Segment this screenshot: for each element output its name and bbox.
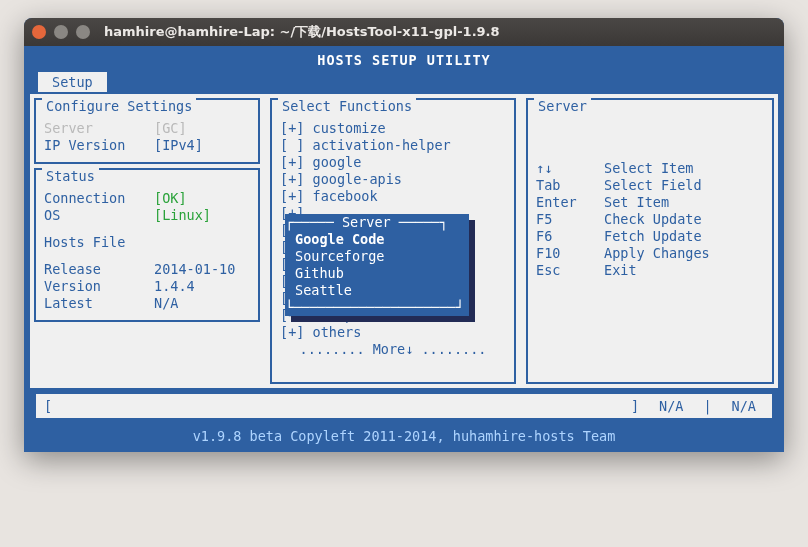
popup-border-bottom: └────────────────────┘ — [285, 299, 469, 316]
panel-status-title: Status — [42, 168, 99, 184]
hosts-file-subtitle: Hosts File — [44, 234, 250, 251]
workarea: Configure Settings Server [GC] IP Versio… — [30, 94, 778, 388]
key-row: EscExit — [536, 262, 764, 279]
window-minimize-icon[interactable] — [54, 25, 68, 39]
hosts-version-row: Version 1.4.4 — [44, 278, 250, 295]
key-k: F5 — [536, 211, 604, 228]
key-help: ↑↓Select Item TabSelect Field EnterSet I… — [536, 160, 764, 279]
key-k: Esc — [536, 262, 604, 279]
panel-server-title: Server — [534, 98, 591, 114]
tab-setup[interactable]: Setup — [38, 72, 107, 92]
key-k: F10 — [536, 245, 604, 262]
func-item[interactable]: [+] google-apis — [280, 171, 506, 188]
func-more-indicator[interactable]: ........ More↓ ........ — [280, 341, 506, 358]
status-conn-row: Connection [OK] — [44, 190, 250, 207]
key-d: Set Item — [604, 194, 669, 211]
func-item-label: activation-helper — [313, 137, 451, 153]
hosts-version-label: Version — [44, 278, 154, 295]
key-row: EnterSet Item — [536, 194, 764, 211]
statusbar-value-1: N/A — [659, 398, 683, 414]
window-title: hamhire@hamhire-Lap: ~/下载/HostsTool-x11-… — [104, 23, 500, 41]
func-item[interactable]: [+] google — [280, 154, 506, 171]
key-k: F6 — [536, 228, 604, 245]
func-item-label: google — [313, 154, 362, 170]
right-column: Server ↑↓Select Item TabSelect Field Ent… — [524, 94, 776, 388]
hosts-latest-value: N/A — [154, 295, 178, 312]
func-item[interactable]: [+] facebook — [280, 188, 506, 205]
key-row: F6Fetch Update — [536, 228, 764, 245]
hosts-latest-label: Latest — [44, 295, 154, 312]
configure-ipver-row[interactable]: IP Version [IPv4] — [44, 137, 250, 154]
key-k: Enter — [536, 194, 604, 211]
key-row: ↑↓Select Item — [536, 160, 764, 177]
configure-server-value: [GC] — [154, 120, 187, 137]
left-column: Configure Settings Server [GC] IP Versio… — [32, 94, 262, 388]
window-maximize-icon[interactable] — [76, 25, 90, 39]
hosts-release-label: Release — [44, 261, 154, 278]
key-d: Apply Changes — [604, 245, 710, 262]
key-d: Check Update — [604, 211, 702, 228]
terminal-window: hamhire@hamhire-Lap: ~/下载/HostsTool-x11-… — [24, 18, 784, 452]
func-item-label: customize — [313, 120, 386, 136]
key-row: F10Apply Changes — [536, 245, 764, 262]
status-os-row: OS [Linux] — [44, 207, 250, 224]
func-item[interactable]: [+] others — [280, 324, 506, 341]
func-item[interactable]: [+] customize — [280, 120, 506, 137]
status-conn-value: [OK] — [154, 190, 187, 207]
hosts-latest-row: Latest N/A — [44, 295, 250, 312]
status-os-label: OS — [44, 207, 154, 224]
key-k: ↑↓ — [536, 160, 604, 177]
configure-server-label: Server — [44, 120, 154, 137]
status-bar: [ ] N/A | N/A — [34, 392, 774, 420]
popup-option-seattle[interactable]: Seattle — [285, 282, 469, 299]
panel-configure: Configure Settings Server [GC] IP Versio… — [34, 98, 260, 164]
panel-functions-title: Select Functions — [278, 98, 416, 114]
key-d: Fetch Update — [604, 228, 702, 245]
spacer — [44, 224, 250, 234]
key-row: F5Check Update — [536, 211, 764, 228]
configure-ipver-value: [IPv4] — [154, 137, 203, 154]
key-d: Select Field — [604, 177, 702, 194]
func-item-label: others — [313, 324, 362, 340]
hosts-release-row: Release 2014-01-10 — [44, 261, 250, 278]
statusbar-right-bracket: ] — [631, 398, 639, 414]
window-titlebar: hamhire@hamhire-Lap: ~/下载/HostsTool-x11-… — [24, 18, 784, 46]
hosts-release-value: 2014-01-10 — [154, 261, 235, 278]
popup-option-github[interactable]: Github — [285, 265, 469, 282]
spacer — [44, 251, 250, 261]
hosts-version-value: 1.4.4 — [154, 278, 195, 295]
server-select-popup[interactable]: ┌───── Server ─────┐ Google Code Sourcef… — [285, 214, 469, 316]
app-title: HOSTS SETUP UTILITY — [30, 50, 778, 72]
statusbar-left-bracket: [ — [44, 398, 52, 414]
key-row: TabSelect Field — [536, 177, 764, 194]
popup-option-google-code[interactable]: Google Code — [285, 231, 469, 248]
key-d: Select Item — [604, 160, 693, 177]
func-item-label: google-apis — [313, 171, 402, 187]
terminal-body: HOSTS SETUP UTILITY Setup Configure Sett… — [24, 46, 784, 452]
statusbar-sep: | — [703, 398, 711, 414]
panel-status: Status Connection [OK] OS [Linux] Hosts … — [34, 168, 260, 322]
statusbar-value-2: N/A — [732, 398, 756, 414]
func-item-label: facebook — [313, 188, 378, 204]
status-conn-label: Connection — [44, 190, 154, 207]
tab-row: Setup — [30, 72, 778, 94]
panel-server: Server ↑↓Select Item TabSelect Field Ent… — [526, 98, 774, 384]
configure-server-row[interactable]: Server [GC] — [44, 120, 250, 137]
configure-ipver-label: IP Version — [44, 137, 154, 154]
window-close-icon[interactable] — [32, 25, 46, 39]
popup-option-sourceforge[interactable]: Sourceforge — [285, 248, 469, 265]
key-d: Exit — [604, 262, 637, 279]
func-item[interactable]: [ ] activation-helper — [280, 137, 506, 154]
popup-title: Server — [342, 214, 391, 230]
popup-border-top: ┌───── Server ─────┐ — [285, 214, 469, 231]
status-os-value: [Linux] — [154, 207, 211, 224]
footer: v1.9.8 beta Copyleft 2011-2014, huhamhir… — [30, 424, 778, 452]
key-k: Tab — [536, 177, 604, 194]
panel-configure-title: Configure Settings — [42, 98, 196, 114]
